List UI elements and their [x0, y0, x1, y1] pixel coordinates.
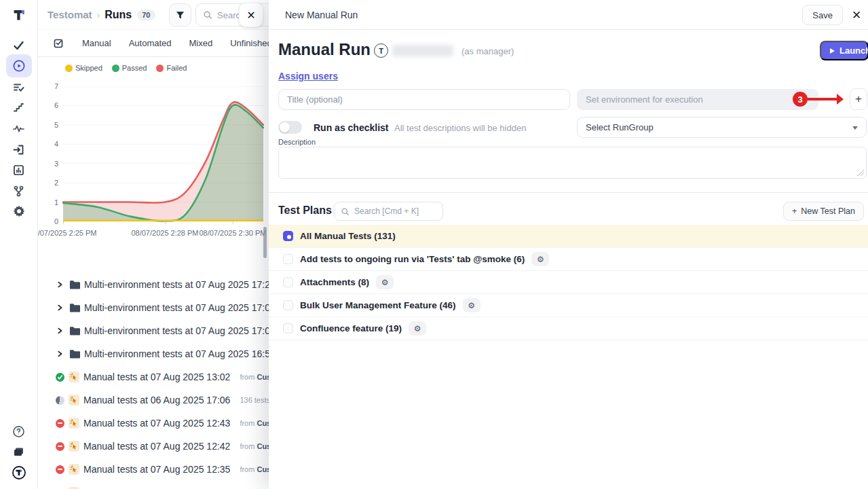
test-plan-gear-button[interactable]: ⚙ — [409, 321, 426, 336]
tab-manual[interactable]: Manual — [82, 38, 111, 48]
run-row[interactable]: Manual tests at 07 Aug 2025 13:02from Cu… — [38, 367, 269, 386]
title-placeholder: Title (optional) — [287, 94, 343, 105]
import-icon[interactable] — [6, 138, 32, 161]
save-button[interactable]: Save — [802, 5, 843, 25]
runs-page: Testomat › Runs 70 Search ✕ Manual Autom… — [38, 0, 269, 489]
test-plan-row[interactable]: Attachments (8)⚙ — [269, 271, 868, 294]
description-label: Description — [278, 138, 316, 146]
reports-chart-icon[interactable] — [6, 158, 32, 181]
y-axis-tick: 5 — [41, 121, 58, 129]
run-label: Manual tests at 06 Aug 2025 17:06 — [83, 395, 230, 405]
x-axis-tick: 08/07/2025 2:28 PM — [131, 229, 198, 237]
chevron-down-icon — [852, 126, 858, 130]
tab-automated[interactable]: Automated — [129, 38, 172, 48]
run-as-checklist-label: Run as checklist — [314, 122, 389, 133]
chevron-right-icon[interactable] — [56, 327, 64, 335]
legend-item[interactable]: Passed — [112, 64, 147, 72]
chevron-right-icon[interactable] — [56, 304, 64, 312]
checkbox-icon[interactable] — [283, 300, 293, 310]
run-as-checklist-toggle[interactable] — [278, 121, 302, 134]
new-manual-run-panel: New Manual Run Save ✕ Manual Run T (as m… — [269, 0, 868, 489]
run-row[interactable]: Multi-environment tests at 07 Aug 2025 1… — [38, 344, 269, 363]
filter-button[interactable] — [169, 3, 191, 26]
tests-check-icon[interactable] — [6, 34, 32, 57]
test-plan-label: Add tests to ongoing run via 'Tests' tab… — [300, 254, 525, 264]
run-row[interactable]: Multi-environment tests at 07 Aug 2025 1… — [38, 298, 269, 317]
help-icon[interactable] — [6, 420, 32, 443]
description-textarea[interactable] — [278, 147, 867, 179]
close-icon[interactable]: ✕ — [849, 7, 864, 22]
test-plan-gear-button[interactable]: ⚙ — [531, 252, 549, 266]
title-input[interactable]: Title (optional) — [278, 89, 570, 110]
rungroup-select[interactable]: Select RunGroup — [577, 117, 867, 138]
y-axis-tick: 1 — [41, 198, 58, 206]
breadcrumb-separator: › — [97, 10, 100, 20]
manual-test-icon — [69, 441, 79, 452]
test-plan-gear-button[interactable]: ⚙ — [376, 275, 394, 289]
chart-plot-area — [62, 86, 264, 223]
test-plan-row[interactable]: All Manual Tests (131) — [269, 225, 868, 248]
scrollbar[interactable] — [263, 227, 267, 258]
new-test-plan-button[interactable]: + New Test Plan — [783, 202, 864, 221]
plans-list-check-icon[interactable] — [6, 75, 32, 98]
app-logo-icon[interactable] — [6, 3, 32, 26]
projects-copy-icon[interactable] — [6, 440, 32, 463]
runs-play-circle-icon[interactable] — [6, 54, 32, 77]
run-row[interactable]: Manual tests at 07 Aug 2025 12:42from Cu… — [38, 437, 269, 456]
run-status-icon-failed — [56, 419, 64, 428]
breadcrumb-project[interactable]: Testomat — [48, 9, 92, 20]
manual-test-icon — [69, 372, 79, 382]
test-plan-row[interactable]: Confluence feature (19)⚙ — [269, 317, 868, 340]
legend-item[interactable]: Skipped — [65, 64, 102, 72]
checkbox-icon[interactable] — [283, 254, 293, 264]
run-row[interactable]: Manual tests at 07 Aug 2025 12:43from Cu… — [38, 414, 269, 433]
run-label: Manual tests at 07 Aug 2025 12:43 — [83, 418, 230, 429]
panel-header: New Manual Run Save ✕ — [269, 0, 868, 30]
run-row[interactable]: Multi-environment tests at 07 Aug 2025 1… — [38, 321, 269, 340]
chevron-right-icon[interactable] — [56, 280, 64, 289]
search-clear-button[interactable]: ✕ — [239, 3, 263, 27]
annotation-arrow — [808, 98, 837, 101]
test-plan-label: Bulk User Management Feature (46) — [300, 300, 456, 310]
analytics-pulse-icon[interactable] — [6, 117, 32, 140]
environment-input[interactable]: Set environment for execution — [577, 89, 818, 110]
checkbox-icon[interactable] — [283, 277, 293, 287]
manual-test-icon — [69, 464, 79, 475]
run-meta: 136 tests — [240, 396, 269, 404]
test-plans-search-placeholder: Search [Cmd + K] — [354, 206, 419, 216]
settings-gear-icon[interactable] — [6, 200, 32, 223]
launch-button[interactable]: Launch — [820, 41, 868, 60]
account-logo-circle-icon[interactable] — [6, 461, 32, 484]
chevron-right-icon[interactable] — [56, 350, 64, 358]
x-axis-tick: 08/07/2025 2:25 PM — [38, 229, 97, 237]
test-plan-row[interactable]: Bulk User Management Feature (46)⚙ — [269, 294, 868, 317]
branch-icon[interactable] — [6, 179, 32, 202]
legend-item[interactable]: Failed — [156, 64, 187, 72]
test-plan-row[interactable]: Add tests to ongoing run via 'Tests' tab… — [269, 248, 868, 271]
legend-dot-icon — [112, 65, 119, 72]
add-environment-button[interactable]: + — [850, 88, 867, 110]
runs-tabbar: Manual Automated Mixed Unfinished — [38, 30, 269, 57]
resize-grip-icon[interactable] — [857, 169, 864, 176]
test-plan-gear-button[interactable]: ⚙ — [463, 298, 480, 312]
test-plans-search-input[interactable]: Search [Cmd + K] — [334, 202, 443, 221]
select-all-icon[interactable] — [53, 37, 64, 49]
tab-mixed[interactable]: Mixed — [189, 38, 213, 48]
sidebar — [0, 0, 38, 489]
panel-title: New Manual Run — [285, 10, 358, 20]
milestones-steps-icon[interactable] — [6, 96, 32, 119]
checkbox-icon[interactable] — [283, 323, 293, 333]
run-row[interactable]: Manual tests at 07 Aug 2025 12:35from Cu… — [38, 460, 269, 479]
assign-users-link[interactable]: Assign users — [278, 71, 338, 82]
checkbox-checked-icon[interactable] — [283, 231, 293, 241]
run-row[interactable]: Manual tests at 06 Aug 2025 17:06136 tes… — [38, 391, 269, 410]
annotation-step-badge: 3 — [793, 92, 808, 107]
test-plan-label: All Manual Tests (131) — [300, 231, 396, 241]
run-label: Multi-environment tests at 07 Aug 2025 1… — [84, 279, 269, 290]
run-row-partial[interactable] — [38, 483, 269, 489]
run-row[interactable]: Multi-environment tests at 07 Aug 2025 1… — [38, 275, 269, 294]
run-status-icon-failed — [56, 465, 64, 474]
chart-legend: SkippedPassedFailed — [65, 64, 187, 72]
tab-unfinished[interactable]: Unfinished — [230, 38, 269, 48]
run-meta: from Custom — [240, 373, 269, 381]
